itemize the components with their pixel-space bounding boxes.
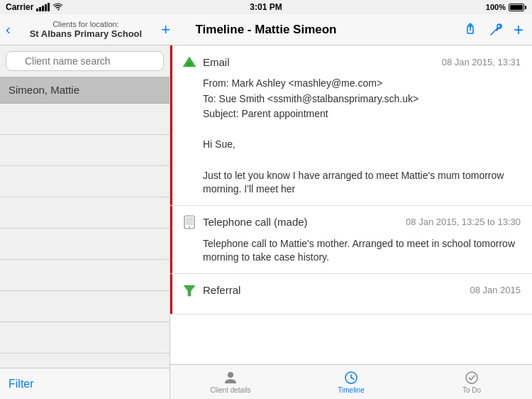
email-line-5: Hi Sue, bbox=[203, 138, 521, 152]
nav-left: ‹ Clients for location: St Albans Primar… bbox=[0, 20, 170, 39]
status-right: 100% bbox=[486, 3, 526, 11]
status-left: Carrier bbox=[6, 2, 63, 12]
check-icon bbox=[465, 371, 479, 385]
nav-add-button[interactable]: + bbox=[514, 21, 523, 38]
email-line-7: Just to let you know I have arranged to … bbox=[203, 169, 521, 197]
tab-bar: Client details Timeline To Do bbox=[170, 364, 532, 399]
email-icon bbox=[182, 54, 197, 70]
back-button[interactable]: ‹ bbox=[6, 21, 11, 38]
sidebar-empty-row bbox=[0, 260, 170, 291]
nav-bar: ‹ Clients for location: St Albans Primar… bbox=[0, 14, 532, 45]
timeline-item-phone: Telephone call (made) 08 Jan 2015, 13:25… bbox=[170, 206, 532, 274]
back-arrow-icon: ‹ bbox=[6, 21, 11, 38]
tool-icon[interactable] bbox=[488, 22, 504, 38]
sidebar-empty-row bbox=[0, 135, 170, 166]
tab-timeline-label: Timeline bbox=[338, 386, 364, 394]
timeline-item-referral: Referral 08 Jan 2015 bbox=[170, 274, 532, 315]
svg-rect-5 bbox=[186, 217, 193, 225]
nav-back-sub: St Albans Primary School bbox=[30, 28, 142, 39]
filter-button[interactable]: Filter bbox=[0, 368, 170, 399]
email-body: From: Mark Ashley <mashley@me.com> To: S… bbox=[182, 77, 521, 197]
email-line-6 bbox=[203, 153, 521, 168]
client-item[interactable]: Simeon, Mattie bbox=[0, 77, 170, 104]
svg-point-10 bbox=[466, 372, 477, 383]
email-title: Email bbox=[203, 56, 230, 68]
item-header-referral: Referral 08 Jan 2015 bbox=[182, 283, 521, 298]
email-line-4 bbox=[203, 123, 521, 137]
main-content: Email 08 Jan 2015, 13:31 From: Mark Ashl… bbox=[170, 45, 532, 399]
person-icon bbox=[223, 371, 238, 385]
tab-client-label: Client details bbox=[210, 386, 250, 394]
client-name: Simeon, Mattie bbox=[9, 84, 79, 96]
svg-point-6 bbox=[189, 226, 190, 228]
referral-title: Referral bbox=[203, 284, 240, 296]
client-list: Simeon, Mattie bbox=[0, 77, 170, 368]
battery-icon bbox=[509, 4, 526, 11]
clock-icon bbox=[344, 371, 358, 385]
item-title-area: Email bbox=[182, 54, 230, 70]
phone-body: Telephone call to Mattie's mother. Arran… bbox=[182, 237, 521, 265]
tab-todo-label: To Do bbox=[462, 386, 481, 394]
sidebar-empty-row bbox=[0, 229, 170, 260]
share-icon[interactable] bbox=[462, 22, 478, 38]
email-line-2: To: Sue Smith <ssmith@stalbansprimary.sc… bbox=[203, 92, 521, 106]
filter-label: Filter bbox=[9, 378, 34, 390]
battery-percent: 100% bbox=[486, 3, 506, 11]
item-title-area-referral: Referral bbox=[182, 283, 240, 298]
nav-back-label: Clients for location: bbox=[52, 20, 119, 28]
sidebar: 🔍 Simeon, Mattie Filter bbox=[0, 45, 170, 399]
signal-icon bbox=[36, 3, 50, 11]
sidebar-empty-row bbox=[0, 104, 170, 135]
tab-timeline[interactable]: Timeline bbox=[291, 371, 411, 394]
search-input[interactable] bbox=[6, 51, 164, 71]
wifi-icon bbox=[52, 3, 63, 11]
referral-icon bbox=[182, 283, 197, 298]
phone-title: Telephone call (made) bbox=[203, 216, 308, 228]
referral-date: 08 Jan 2015 bbox=[470, 285, 521, 295]
timeline-list: Email 08 Jan 2015, 13:31 From: Mark Ashl… bbox=[170, 45, 532, 364]
nav-title: Timeline - Mattie Simeon bbox=[195, 23, 336, 37]
carrier-label: Carrier bbox=[6, 2, 33, 12]
email-date: 08 Jan 2015, 13:31 bbox=[442, 57, 521, 67]
phone-date: 08 Jan 2015, 13:25 to 13:30 bbox=[406, 217, 521, 227]
email-line-1: From: Mark Ashley <mashley@me.com> bbox=[203, 77, 521, 91]
nav-left-add-button[interactable]: + bbox=[161, 21, 170, 39]
svg-point-8 bbox=[228, 372, 233, 378]
svg-marker-7 bbox=[184, 285, 195, 296]
timeline-item-email: Email 08 Jan 2015, 13:31 From: Mark Ashl… bbox=[170, 45, 532, 206]
tab-todo[interactable]: To Do bbox=[411, 371, 532, 394]
email-line-3: Subject: Parent appointment bbox=[203, 107, 521, 121]
phone-icon bbox=[182, 214, 197, 230]
phone-line-1: Telephone call to Mattie's mother. Arran… bbox=[203, 237, 521, 265]
nav-right: + bbox=[462, 21, 532, 38]
tab-client-details[interactable]: Client details bbox=[170, 371, 291, 394]
sidebar-empty-row bbox=[0, 166, 170, 197]
sidebar-empty-row bbox=[0, 197, 170, 229]
sidebar-empty-row bbox=[0, 291, 170, 322]
status-bar: Carrier 3:01 PM 100% bbox=[0, 0, 532, 14]
status-time: 3:01 PM bbox=[250, 2, 282, 12]
item-header: Email 08 Jan 2015, 13:31 bbox=[182, 54, 521, 70]
sidebar-empty-row bbox=[0, 322, 170, 354]
nav-left-title: Clients for location: St Albans Primary … bbox=[13, 20, 158, 39]
search-bar: 🔍 bbox=[0, 45, 170, 77]
item-title-area-phone: Telephone call (made) bbox=[182, 214, 308, 230]
item-header-phone: Telephone call (made) 08 Jan 2015, 13:25… bbox=[182, 214, 521, 230]
